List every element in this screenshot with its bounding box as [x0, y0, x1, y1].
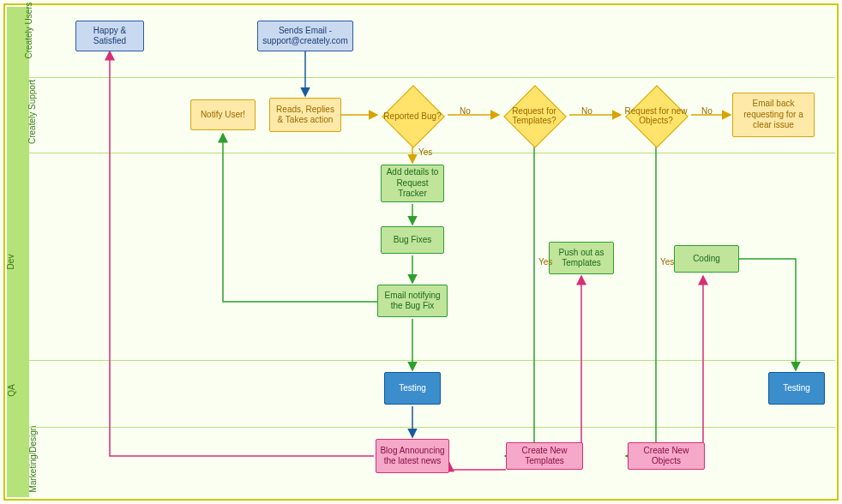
edge-label-no: No [701, 106, 713, 116]
node-add-details: Add details to Request Tracker [381, 165, 444, 202]
node-email-notify: Email notifying the Bug Fix [377, 285, 448, 317]
node-sends-email: Sends Email - support@creately.com [257, 21, 353, 51]
lane-divider [29, 360, 835, 361]
swimlane-diagram: Creately Users Creately Support Dev QA M… [0, 0, 842, 504]
edge-label-yes: Yes [418, 147, 432, 157]
lane-header-column [7, 7, 29, 497]
node-blog: Blog Announcing the latest news [376, 439, 449, 473]
edge-label-yes: Yes [660, 257, 674, 267]
lane-label-mkt: Marketing/Design [0, 454, 22, 489]
node-bug-fixes: Bug Fixes [381, 226, 444, 254]
node-testing-2: Testing [768, 372, 825, 405]
lane-label-dev: Dev [0, 257, 22, 291]
node-email-back: Email back requesting for a clear issue [732, 93, 815, 137]
lane-label-users: Creately Users [0, 26, 22, 60]
lane-divider [29, 427, 835, 428]
node-coding: Coding [674, 245, 739, 273]
node-happy: Happy & Satisfied [75, 21, 144, 51]
lane-label-qa: QA [0, 386, 22, 420]
node-testing-1: Testing [384, 372, 441, 405]
node-push-templates: Push out as Templates [549, 242, 614, 274]
lane-divider [29, 77, 835, 78]
edge-label-yes: Yes [538, 257, 552, 267]
edge-label-no: No [581, 106, 592, 116]
node-reads: Reads, Replies & Takes action [269, 98, 341, 132]
lane-label-support: Creately Support [0, 107, 22, 141]
node-create-objects: Create New Objects [628, 442, 705, 470]
node-notify-user: Notify User! [190, 99, 256, 130]
node-create-templates: Create New Templates [506, 442, 583, 470]
edge-label-no: No [460, 106, 471, 116]
